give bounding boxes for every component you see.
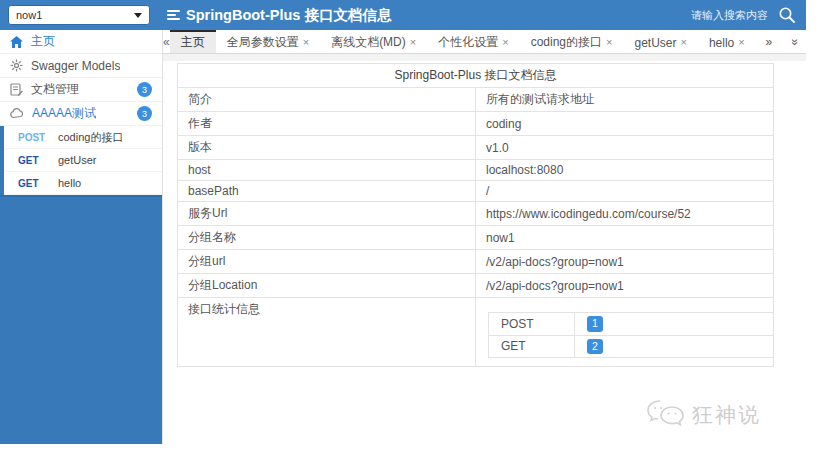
- tab-global-params[interactable]: 全局参数设置 ×: [216, 30, 320, 53]
- table-row-stats: 接口统计信息 POST 1 GET: [178, 298, 774, 367]
- row-label: 分组名称: [178, 226, 476, 250]
- tab-getuser[interactable]: getUser ×: [623, 30, 697, 53]
- row-label: 分组Location: [178, 274, 476, 298]
- menu-icon: [167, 10, 180, 20]
- tab-label: hello: [709, 36, 734, 50]
- close-icon[interactable]: ×: [606, 37, 612, 48]
- row-label: 作者: [178, 112, 476, 136]
- api-info-table: SpringBoot-Plus 接口文档信息 简介 所有的测试请求地址 作者 c…: [177, 63, 774, 367]
- table-row: host localhost:8080: [178, 160, 774, 181]
- table-row: 分组url /v2/api-docs?group=now1: [178, 250, 774, 274]
- tab-home[interactable]: 主页: [170, 30, 216, 53]
- table-row: 分组名称 now1: [178, 226, 774, 250]
- method-label: GET: [18, 178, 58, 189]
- sidebar-item-label: Swagger Models: [31, 59, 120, 73]
- row-label: 服务Url: [178, 202, 476, 226]
- close-icon[interactable]: ×: [502, 37, 508, 48]
- sidebar-item-doc-manage[interactable]: 文档管理 3: [0, 78, 162, 102]
- row-label: host: [178, 160, 476, 181]
- table-row: 版本 v1.0: [178, 136, 774, 160]
- tabs-scroll-right-button[interactable]: »: [756, 35, 782, 49]
- search-icon[interactable]: [778, 6, 796, 24]
- method-label: GET: [18, 155, 58, 166]
- tab-label: 离线文档(MD): [331, 34, 406, 51]
- table-row: basePath /: [178, 181, 774, 202]
- tab-label: 全局参数设置: [227, 34, 299, 51]
- row-label: 简介: [178, 88, 476, 112]
- row-value: /v2/api-docs?group=now1: [476, 250, 774, 274]
- row-value: v1.0: [476, 136, 774, 160]
- tabs-scroll-left-button[interactable]: «: [163, 30, 170, 53]
- tab-label: 主页: [181, 34, 205, 51]
- tabs-collapse-button[interactable]: »: [788, 29, 802, 55]
- table-row: 分组Location /v2/api-docs?group=now1: [178, 274, 774, 298]
- stats-count-cell: 1: [575, 313, 774, 336]
- doc-count-badge: 3: [137, 82, 152, 97]
- post-count-badge: 1: [587, 316, 603, 332]
- page-title-text: SpringBoot-Plus 接口文档信息: [186, 6, 391, 25]
- tab-hello[interactable]: hello ×: [698, 30, 756, 53]
- api-label: getUser: [58, 154, 97, 166]
- gear-icon: [10, 59, 23, 72]
- tab-offline-doc[interactable]: 离线文档(MD) ×: [320, 30, 427, 53]
- tab-bar: « 主页 全局参数设置 × 离线文档(MD) × 个性化设置 × codin: [163, 30, 806, 54]
- row-value: localhost:8080: [476, 160, 774, 181]
- divider: [163, 54, 806, 61]
- close-icon[interactable]: ×: [738, 37, 744, 48]
- api-stats-table: POST 1 GET 2: [488, 312, 774, 358]
- sidebar: 主页 Swagger Models: [0, 30, 163, 444]
- method-label: POST: [18, 132, 58, 143]
- home-icon: [10, 36, 23, 48]
- sidebar-item-aaaaa-test[interactable]: AAAAA测试 3: [0, 102, 162, 126]
- get-count-badge: 2: [587, 339, 603, 355]
- wechat-logo-icon: [646, 397, 686, 433]
- sidebar-item-label: 主页: [31, 33, 55, 50]
- row-label: 分组url: [178, 250, 476, 274]
- tab-label: getUser: [634, 36, 676, 50]
- sidebar-api-getuser[interactable]: GET getUser: [4, 149, 162, 172]
- search-input[interactable]: [650, 8, 770, 22]
- row-value: 所有的测试请求地址: [476, 88, 774, 112]
- row-value: coding: [476, 112, 774, 136]
- tab-personalize[interactable]: 个性化设置 ×: [427, 30, 519, 53]
- row-value: /: [476, 181, 774, 202]
- stats-method: POST: [489, 313, 575, 336]
- cloud-icon: [10, 108, 24, 119]
- group-select-value: now1: [16, 9, 42, 21]
- api-count-badge: 3: [137, 106, 152, 121]
- api-submenu: POST coding的接口 GET getUser GET hello: [0, 126, 162, 195]
- group-select[interactable]: now1: [8, 5, 150, 25]
- sidebar-item-home[interactable]: 主页: [0, 30, 162, 54]
- top-header: now1 SpringBoot-Plus 接口文档信息: [0, 0, 806, 30]
- sidebar-api-coding[interactable]: POST coding的接口: [4, 126, 162, 149]
- stats-method: GET: [489, 335, 575, 358]
- table-row: 作者 coding: [178, 112, 774, 136]
- close-icon[interactable]: ×: [303, 37, 309, 48]
- table-row: 简介 所有的测试请求地址: [178, 88, 774, 112]
- watermark: 狂神说: [646, 397, 761, 433]
- app-window: now1 SpringBoot-Plus 接口文档信息: [0, 0, 806, 444]
- table-title: SpringBoot-Plus 接口文档信息: [178, 64, 774, 88]
- close-icon[interactable]: ×: [681, 37, 687, 48]
- page-title: SpringBoot-Plus 接口文档信息: [167, 6, 391, 25]
- close-icon[interactable]: ×: [410, 37, 416, 48]
- tab-coding-api[interactable]: coding的接口 ×: [520, 30, 624, 53]
- api-label: coding的接口: [58, 130, 123, 145]
- main-panel: « 主页 全局参数设置 × 离线文档(MD) × 个性化设置 × codin: [163, 30, 806, 444]
- content-area: SpringBoot-Plus 接口文档信息 简介 所有的测试请求地址 作者 c…: [163, 61, 806, 444]
- row-label: 版本: [178, 136, 476, 160]
- row-label: 接口统计信息: [178, 298, 476, 367]
- sidebar-item-label: 文档管理: [31, 81, 79, 98]
- table-row: SpringBoot-Plus 接口文档信息: [178, 64, 774, 88]
- tab-label: 个性化设置: [438, 34, 498, 51]
- stats-row: GET 2: [489, 335, 774, 358]
- row-value: https://www.icodingedu.com/course/52: [476, 202, 774, 226]
- sidebar-item-swagger-models[interactable]: Swagger Models: [0, 54, 162, 78]
- row-label: basePath: [178, 181, 476, 202]
- row-value: /v2/api-docs?group=now1: [476, 274, 774, 298]
- stats-count-cell: 2: [575, 335, 774, 358]
- stats-cell: POST 1 GET 2: [476, 298, 774, 367]
- sidebar-api-hello[interactable]: GET hello: [4, 172, 162, 195]
- watermark-text: 狂神说: [692, 401, 761, 429]
- chevron-down-icon: [134, 13, 142, 18]
